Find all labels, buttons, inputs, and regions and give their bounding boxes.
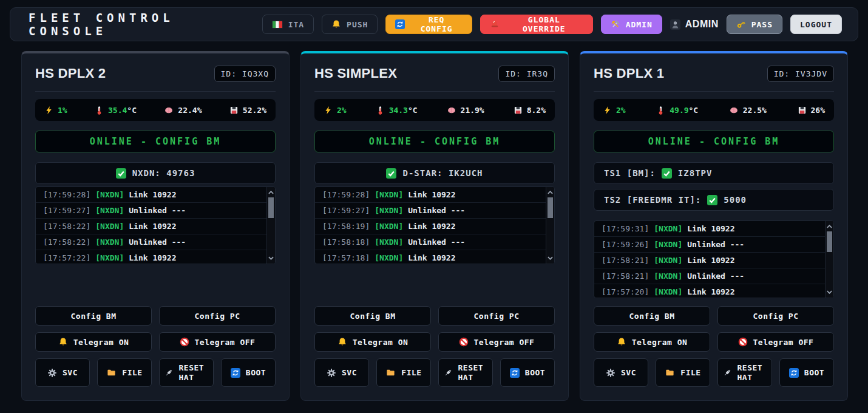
device-title: HS DPLX 1 [594,66,664,81]
log-entry: [17:58:21][NXDN]Unlinked --- [594,268,825,284]
scrollbar-thumb[interactable] [827,231,832,252]
status-banner: ONLINE - CONFIG BM [314,131,555,152]
refresh-icon [231,368,240,378]
gear-icon [327,368,336,378]
status-banner: ONLINE - CONFIG BM [35,131,276,152]
bolt-icon [44,106,53,115]
siren-icon [490,19,500,29]
log-entry: [17:59:31][NXDN]Link 10922 [594,221,825,237]
user-chip: ADMIN [670,19,719,30]
config-pc-button[interactable]: Config PC [438,306,555,326]
divider [314,91,555,92]
folder-icon [385,368,396,377]
scrollbar-thumb[interactable] [268,197,274,218]
card-header: HS SIMPLEX ID: IR3Q [314,62,555,85]
telegram-on-button[interactable]: Telegram ON [314,332,431,352]
config-bm-button[interactable]: Config BM [35,306,152,326]
telegram-on-button[interactable]: Telegram ON [35,332,152,352]
file-button[interactable]: FILE [656,358,710,387]
scroll-down-arrow-icon[interactable] [826,288,833,296]
telegram-on-button[interactable]: Telegram ON [594,332,710,352]
log-tag: [NXDN] [95,237,124,247]
log-message: Link 10922 [129,190,176,199]
scrollbar-thumb[interactable] [548,197,553,218]
boot-button[interactable]: BOOT [779,358,834,387]
svc-button[interactable]: SVC [314,358,369,387]
scroll-up-arrow-icon[interactable] [826,222,833,231]
log-time: [17:58:19] [322,222,370,231]
logout-button[interactable]: LOGOUT [790,15,842,34]
mode-list: D-STAR: IK2UCH [314,162,555,184]
scroll-down-arrow-icon[interactable] [267,254,275,262]
file-button[interactable]: FILE [376,358,431,387]
boot-button[interactable]: BOOT [221,358,276,387]
admin-button[interactable]: ADMIN [601,15,662,34]
global-override-button[interactable]: GLOBAL OVERRIDE [480,15,593,34]
push-button[interactable]: PUSH [322,15,378,34]
mode-row-ts2: TS2 [FREEDMR IT]: 5000 [594,189,834,211]
reset-hat-button[interactable]: RESET HAT [438,358,493,387]
stats-bar: 2% 34.3°C 21.9% 8.2% [314,99,555,121]
logout-button-label: LOGOUT [800,20,832,29]
log-tag: [NXDN] [375,190,403,199]
log-message: Link 10922 [687,224,734,233]
reset-hat-button[interactable]: RESET HAT [717,358,772,387]
telegram-off-button[interactable]: Telegram OFF [438,332,555,352]
mode-value: IZ8TPV [678,168,713,178]
scroll-up-arrow-icon[interactable] [546,188,554,197]
pass-button[interactable]: PASS [727,15,782,34]
boot-button[interactable]: BOOT [500,358,555,387]
global-override-button-label: GLOBAL OVERRIDE [505,15,583,33]
event-log[interactable]: [17:59:28][NXDN]Link 10922 [17:59:27][NX… [314,186,555,264]
log-message: Unlinked --- [687,271,744,281]
brain-icon [447,106,456,115]
log-time: [17:59:26] [602,240,649,249]
prohibited-icon [738,337,748,347]
config-pc-button[interactable]: Config PC [159,306,276,326]
req-config-button-label: REQ CONFIG [410,15,463,33]
log-message: Link 10922 [408,253,455,262]
svc-button[interactable]: SVC [35,358,90,387]
card-header: HS DPLX 2 ID: IQ3XQ [35,62,276,85]
log-scrollbar[interactable] [546,187,554,264]
cpu-stat: 22.5% [729,106,767,115]
mode-list: NXDN: 49763 [35,162,276,184]
file-button[interactable]: FILE [97,358,152,387]
power-value: 2% [337,106,347,115]
folder-icon [665,368,675,377]
telegram-off-button[interactable]: Telegram OFF [717,332,834,352]
user-name-label: ADMIN [685,19,719,30]
temperature-value: 34.3 [389,106,408,115]
card-actions: Config BM Config PC Telegram ON Telegram… [314,306,555,387]
bolt-icon [603,106,612,115]
config-bm-button[interactable]: Config BM [594,306,710,326]
svc-button[interactable]: SVC [594,358,648,387]
config-bm-button[interactable]: Config BM [314,306,431,326]
event-log[interactable]: [17:59:28][NXDN]Link 10922 [17:59:27][NX… [35,186,276,264]
plug-icon [722,368,732,378]
language-button[interactable]: ITA [262,15,314,34]
config-pc-button[interactable]: Config PC [717,306,834,326]
gear-icon [606,368,615,378]
brain-icon [729,106,739,115]
language-button-label: ITA [288,20,304,29]
log-time: [17:58:22] [43,222,90,231]
log-entry: [17:58:22][NXDN]Unlinked --- [36,234,266,250]
log-scrollbar[interactable] [266,187,275,264]
disk-value: 26% [811,106,825,115]
temperature-value: 49.9 [670,106,688,115]
scroll-down-arrow-icon[interactable] [546,254,554,262]
gear-icon [47,368,57,378]
mode-prefix: TS2 [FREEDMR IT]: [604,195,701,205]
log-entry: [17:59:28][NXDN]Link 10922 [315,187,546,203]
log-scrollbar[interactable] [825,221,833,298]
log-time: [17:58:21] [602,271,649,281]
scroll-up-arrow-icon[interactable] [267,188,275,197]
req-config-button[interactable]: REQ CONFIG [385,15,472,34]
telegram-off-button[interactable]: Telegram OFF [159,332,276,352]
card-actions: Config BM Config PC Telegram ON Telegram… [594,306,834,387]
device-title: HS DPLX 2 [35,66,106,81]
event-log[interactable]: [17:59:31][NXDN]Link 10922 [17:59:26][NX… [594,220,834,298]
plug-icon [164,368,174,378]
reset-hat-button[interactable]: RESET HAT [159,358,214,387]
